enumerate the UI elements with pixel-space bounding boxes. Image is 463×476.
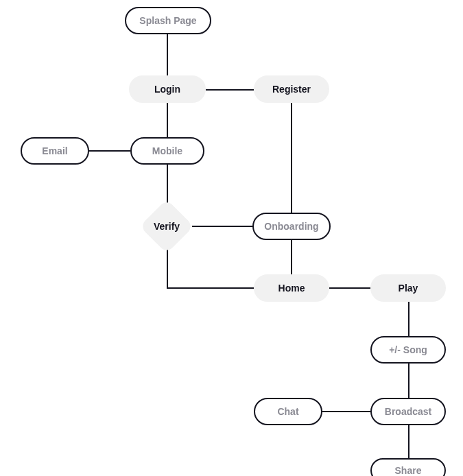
node-onboarding: Onboarding [252,213,331,240]
node-label: Verify [154,221,180,232]
edge-play-song [408,302,409,336]
node-label: Onboarding [264,221,318,232]
node-broadcast: Broadcast [370,398,446,425]
edge-login-register [206,89,254,91]
node-label: Home [278,283,305,294]
edge-chat-broadcast [322,411,370,412]
node-label: Splash Page [139,15,196,26]
node-label: Register [272,84,311,95]
node-label: Email [42,145,67,156]
node-chat: Chat [254,398,322,425]
edge-login-mobile [167,103,168,137]
edge-verify-home-h [167,287,256,289]
edge-verify-home-v [167,247,168,288]
node-label: Play [399,283,418,294]
node-play: Play [370,274,446,302]
node-email: Email [21,137,89,165]
edge-email-mobile [89,150,130,152]
edge-broadcast-share [408,425,409,460]
node-share: Share [370,458,446,476]
node-mobile: Mobile [130,137,204,165]
edge-register-onboarding [291,103,292,213]
edge-verify-onboarding [192,226,254,227]
node-song: +/- Song [370,336,446,364]
edge-onboarding-home [291,240,292,274]
node-splash: Splash Page [125,7,211,34]
flowchart-canvas: Splash Page Login Register Email Mobile … [0,0,463,476]
node-label: +/- Song [389,344,427,355]
node-label: Chat [277,406,298,417]
node-register: Register [254,75,329,103]
node-label: Broadcast [385,406,431,417]
node-login: Login [129,75,206,103]
node-home: Home [254,274,329,302]
edge-splash-login [167,34,168,75]
edge-home-play [329,287,370,289]
edge-song-broadcast [408,364,409,398]
node-label: Share [395,465,422,476]
node-verify: Verify [139,199,193,253]
node-label: Login [154,84,180,95]
node-label: Mobile [152,145,182,156]
